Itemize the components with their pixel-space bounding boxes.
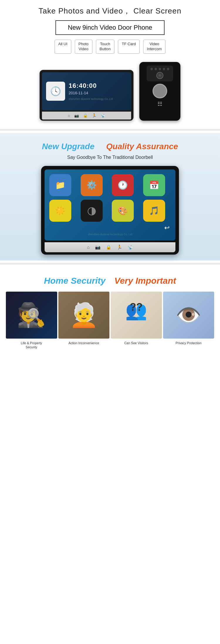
security-section: Home Security Very Important Life & Prop… [0,267,220,355]
feature-tag-video-intercom: VideoIntercom [143,40,166,54]
app-icon-clock[interactable]: 🕐 [112,174,134,196]
camera-lens-main [156,72,163,79]
camera-lens-area [147,65,173,81]
app-icon-theme[interactable]: ◑ [81,200,103,222]
security-photo-grid: Life & PropertySecurity Action Inconveni… [6,292,214,352]
doorbell-camera: ☷ [139,62,180,121]
clock-date: 2016-11-14 [69,91,113,95]
app-icon-gallery[interactable]: 📁 [49,174,71,196]
feature-tags-container: All UI PhotoVideo TouchButton TF Card Vi… [9,40,211,54]
photo-visitors [111,292,162,339]
screen-watermark: shenzhen diustore technology Co.,Ltd [49,233,171,236]
feature-tag-photo-video: PhotoVideo [75,40,92,54]
photo-burglar [6,292,57,339]
upgrade-titles: New Upgrade Quality Assurance [6,142,214,151]
app-icon-calendar[interactable]: 📅 [143,174,165,196]
photo-item-visitors: Can See Visitors [111,292,162,349]
camera-dot-5 [167,68,169,70]
big-monitor-silver-bar: ⌂ 📷 🔒 🏃 📡 [45,242,175,252]
clock-icon: 🕓 [46,82,65,101]
clock-time: 16:40:00 [69,82,113,90]
monitor-bottom-bar: ⌂ 📷 🔒 🏃 📡 [42,112,131,120]
upgrade-title-new: New Upgrade [42,142,94,151]
security-title-home: Home Security [44,276,106,286]
security-title-important: Very Important [114,276,176,286]
security-titles: Home Security Very Important [6,276,214,286]
camera-dot-2 [155,68,157,70]
section-divider-2 [0,263,220,265]
privacy-image [163,292,214,339]
camera-lenses-row [150,68,169,70]
product-title-box: New 9inch Video Door Phone [55,20,165,35]
big-camera-icon: 📷 [95,245,101,250]
camera-dot-3 [159,68,161,70]
camera-dot-1 [150,68,153,70]
main-title: Take Photos and Video， Clear Screen [9,6,211,16]
rfid-symbol: ☷ [158,101,162,107]
app-icon-settings[interactable]: ⚙️ [81,174,103,196]
photo-caption-privacy: Privacy Protection [175,341,202,345]
home-icon: ⌂ [68,113,70,118]
app-icon-brightness[interactable]: ☀️ [49,200,71,222]
big-lock-icon: 🔒 [106,245,111,250]
monitor-screen: 🕓 16:40:00 2016-11-14 shenzhen diustore … [42,72,131,110]
burglar-image [6,292,57,339]
action-image [58,292,110,339]
photo-caption-action: Action Inconvenience [68,341,99,345]
feature-tag-all-ui: All UI [55,40,71,54]
app-icon-paint[interactable]: 🎨 [112,200,134,222]
photo-item-action: Action Inconvenience [58,292,110,349]
photo-item-burglar: Life & PropertySecurity [6,292,57,349]
big-monitor-container: 📁 ⚙️ 🕐 📅 ☀️ ◑ 🎨 🎵 ↩ shenzhen diustore te… [6,166,214,255]
upgrade-subtitle: Say Goodbye To The Traditional Doorbell [6,155,214,160]
big-signal-icon: 📡 [128,245,133,250]
big-screen: 📁 ⚙️ 🕐 📅 ☀️ ◑ 🎨 🎵 ↩ shenzhen diustore te… [45,169,175,241]
run-icon: 🏃 [92,113,97,118]
signal-icon: 📡 [101,113,105,118]
photo-item-privacy: Privacy Protection [163,292,214,349]
feature-tag-tf-card: TF Card [118,40,140,54]
section-divider-1 [0,129,220,131]
photo-action [58,292,110,339]
upgrade-section: New Upgrade Quality Assurance Say Goodby… [0,133,220,260]
app-icon-music[interactable]: 🎵 [143,200,165,222]
app-grid: 📁 ⚙️ 🕐 📅 ☀️ ◑ 🎨 🎵 [49,174,171,222]
header-section: Take Photos and Video， Clear Screen New … [0,0,220,62]
monitor-device: 🕓 16:40:00 2016-11-14 shenzhen diustore … [40,70,133,121]
big-home-icon: ⌂ [87,245,89,250]
photo-caption-burglar: Life & PropertySecurity [21,341,42,349]
feature-tag-touch-button: TouchButton [96,40,115,54]
clock-display: 16:40:00 2016-11-14 shenzhen diustore te… [69,82,113,100]
visitors-image [111,292,162,339]
big-monitor: 📁 ⚙️ 🕐 📅 ☀️ ◑ 🎨 🎵 ↩ shenzhen diustore te… [41,166,179,255]
watermark: shenzhen diustore technology Co.,Ltd [69,97,113,100]
big-run-icon: 🏃 [117,245,122,250]
camera-icon: 📷 [74,113,79,118]
doorbell-button[interactable] [153,84,167,98]
photo-caption-visitors: Can See Visitors [124,341,148,345]
product-image-area: 🕓 16:40:00 2016-11-14 shenzhen diustore … [0,62,220,127]
upgrade-title-quality: Quality Assurance [106,142,178,151]
camera-dot-4 [163,68,165,70]
back-arrow-icon[interactable]: ↩ [49,222,171,232]
photo-privacy [163,292,214,339]
lock-icon: 🔒 [83,113,88,118]
